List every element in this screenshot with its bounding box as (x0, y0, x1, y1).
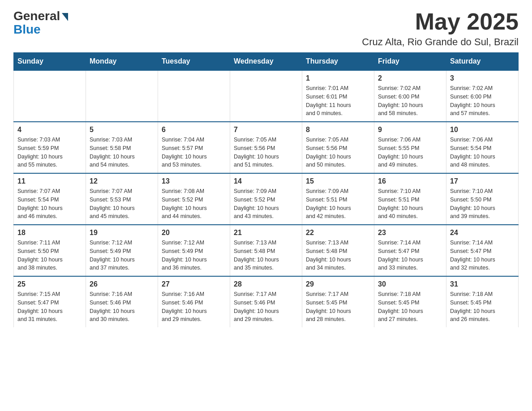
day-number: 30 (378, 280, 442, 288)
day-number: 20 (162, 229, 226, 237)
day-number: 11 (17, 177, 82, 185)
day-info: Sunrise: 7:08 AMSunset: 5:52 PMDaylight:… (162, 187, 226, 221)
weekday-header-saturday: Saturday (446, 53, 519, 71)
day-info: Sunrise: 7:12 AMSunset: 5:49 PMDaylight:… (90, 239, 154, 272)
calendar-cell: 3Sunrise: 7:02 AMSunset: 6:00 PMDaylight… (446, 70, 519, 122)
day-number: 31 (450, 280, 515, 288)
calendar-cell: 25Sunrise: 7:15 AMSunset: 5:47 PMDayligh… (14, 276, 86, 327)
calendar-header: SundayMondayTuesdayWednesdayThursdayFrid… (14, 53, 519, 71)
day-info: Sunrise: 7:02 AMSunset: 6:00 PMDaylight:… (450, 84, 515, 118)
calendar-cell: 17Sunrise: 7:10 AMSunset: 5:50 PMDayligh… (446, 173, 519, 225)
day-info: Sunrise: 7:16 AMSunset: 5:46 PMDaylight:… (90, 290, 154, 324)
day-info: Sunrise: 7:18 AMSunset: 5:45 PMDaylight:… (378, 290, 442, 324)
day-number: 22 (306, 229, 370, 237)
weekday-header-wednesday: Wednesday (230, 53, 302, 71)
day-number: 24 (450, 229, 515, 237)
day-info: Sunrise: 7:07 AMSunset: 5:54 PMDaylight:… (17, 187, 82, 221)
day-number: 27 (162, 280, 226, 288)
day-info: Sunrise: 7:17 AMSunset: 5:46 PMDaylight:… (234, 290, 298, 324)
day-number: 18 (17, 229, 82, 237)
calendar-cell (158, 70, 230, 122)
calendar-cell: 29Sunrise: 7:17 AMSunset: 5:45 PMDayligh… (302, 276, 374, 327)
calendar-cell: 24Sunrise: 7:14 AMSunset: 5:47 PMDayligh… (446, 225, 519, 276)
weekday-header-thursday: Thursday (302, 53, 374, 71)
calendar-cell: 13Sunrise: 7:08 AMSunset: 5:52 PMDayligh… (158, 173, 230, 225)
calendar-cell: 4Sunrise: 7:03 AMSunset: 5:59 PMDaylight… (14, 122, 86, 173)
day-number: 12 (90, 177, 154, 185)
day-number: 1 (306, 74, 370, 82)
calendar-week-3: 11Sunrise: 7:07 AMSunset: 5:54 PMDayligh… (14, 173, 519, 225)
day-number: 17 (450, 177, 515, 185)
calendar-cell: 26Sunrise: 7:16 AMSunset: 5:46 PMDayligh… (86, 276, 158, 327)
calendar-cell (14, 70, 86, 122)
day-info: Sunrise: 7:16 AMSunset: 5:46 PMDaylight:… (162, 290, 226, 324)
calendar-cell: 9Sunrise: 7:06 AMSunset: 5:55 PMDaylight… (374, 122, 446, 173)
day-info: Sunrise: 7:17 AMSunset: 5:45 PMDaylight:… (306, 290, 370, 324)
day-info: Sunrise: 7:06 AMSunset: 5:54 PMDaylight:… (450, 136, 515, 169)
calendar-cell: 27Sunrise: 7:16 AMSunset: 5:46 PMDayligh… (158, 276, 230, 327)
calendar-cell: 5Sunrise: 7:03 AMSunset: 5:58 PMDaylight… (86, 122, 158, 173)
day-number: 7 (234, 126, 298, 134)
day-info: Sunrise: 7:12 AMSunset: 5:49 PMDaylight:… (162, 239, 226, 272)
calendar-cell: 14Sunrise: 7:09 AMSunset: 5:52 PMDayligh… (230, 173, 302, 225)
calendar-cell: 7Sunrise: 7:05 AMSunset: 5:56 PMDaylight… (230, 122, 302, 173)
day-info: Sunrise: 7:09 AMSunset: 5:51 PMDaylight:… (306, 187, 370, 221)
day-number: 10 (450, 126, 515, 134)
day-number: 16 (378, 177, 442, 185)
month-year-title: May 2025 (362, 9, 519, 34)
day-number: 2 (378, 74, 442, 82)
calendar-cell: 12Sunrise: 7:07 AMSunset: 5:53 PMDayligh… (86, 173, 158, 225)
calendar-week-2: 4Sunrise: 7:03 AMSunset: 5:59 PMDaylight… (14, 122, 519, 173)
calendar-week-5: 25Sunrise: 7:15 AMSunset: 5:47 PMDayligh… (14, 276, 519, 327)
calendar-week-1: 1Sunrise: 7:01 AMSunset: 6:01 PMDaylight… (14, 70, 519, 122)
day-number: 6 (162, 126, 226, 134)
day-info: Sunrise: 7:09 AMSunset: 5:52 PMDaylight:… (234, 187, 298, 221)
calendar-cell: 11Sunrise: 7:07 AMSunset: 5:54 PMDayligh… (14, 173, 86, 225)
day-info: Sunrise: 7:14 AMSunset: 5:47 PMDaylight:… (378, 239, 442, 272)
day-info: Sunrise: 7:15 AMSunset: 5:47 PMDaylight:… (17, 290, 82, 324)
weekday-header-monday: Monday (86, 53, 158, 71)
logo: General Blue (13, 9, 68, 37)
day-info: Sunrise: 7:10 AMSunset: 5:51 PMDaylight:… (378, 187, 442, 221)
day-info: Sunrise: 7:10 AMSunset: 5:50 PMDaylight:… (450, 187, 515, 221)
day-number: 28 (234, 280, 298, 288)
day-number: 4 (17, 126, 82, 134)
day-info: Sunrise: 7:03 AMSunset: 5:59 PMDaylight:… (17, 136, 82, 169)
calendar-cell: 20Sunrise: 7:12 AMSunset: 5:49 PMDayligh… (158, 225, 230, 276)
day-info: Sunrise: 7:03 AMSunset: 5:58 PMDaylight:… (90, 136, 154, 169)
calendar-cell: 18Sunrise: 7:11 AMSunset: 5:50 PMDayligh… (14, 225, 86, 276)
calendar-cell: 31Sunrise: 7:18 AMSunset: 5:45 PMDayligh… (446, 276, 519, 327)
day-number: 23 (378, 229, 442, 237)
calendar-cell: 10Sunrise: 7:06 AMSunset: 5:54 PMDayligh… (446, 122, 519, 173)
day-number: 19 (90, 229, 154, 237)
page-header: General Blue May 2025 Cruz Alta, Rio Gra… (13, 9, 519, 48)
calendar-cell: 30Sunrise: 7:18 AMSunset: 5:45 PMDayligh… (374, 276, 446, 327)
weekday-header-friday: Friday (374, 53, 446, 71)
calendar-cell: 19Sunrise: 7:12 AMSunset: 5:49 PMDayligh… (86, 225, 158, 276)
weekday-header-row: SundayMondayTuesdayWednesdayThursdayFrid… (14, 53, 519, 71)
day-info: Sunrise: 7:11 AMSunset: 5:50 PMDaylight:… (17, 239, 82, 272)
title-section: May 2025 Cruz Alta, Rio Grande do Sul, B… (362, 9, 519, 48)
day-info: Sunrise: 7:04 AMSunset: 5:57 PMDaylight:… (162, 136, 226, 169)
calendar-cell: 21Sunrise: 7:13 AMSunset: 5:48 PMDayligh… (230, 225, 302, 276)
calendar-cell: 15Sunrise: 7:09 AMSunset: 5:51 PMDayligh… (302, 173, 374, 225)
logo-general-text: General (13, 9, 60, 23)
day-number: 5 (90, 126, 154, 134)
day-number: 8 (306, 126, 370, 134)
calendar-cell: 28Sunrise: 7:17 AMSunset: 5:46 PMDayligh… (230, 276, 302, 327)
day-number: 3 (450, 74, 515, 82)
logo-arrow-icon (62, 13, 68, 21)
logo-blue-text: Blue (13, 22, 41, 37)
calendar-cell: 2Sunrise: 7:02 AMSunset: 6:00 PMDaylight… (374, 70, 446, 122)
calendar-cell (86, 70, 158, 122)
calendar-cell: 23Sunrise: 7:14 AMSunset: 5:47 PMDayligh… (374, 225, 446, 276)
calendar-cell: 16Sunrise: 7:10 AMSunset: 5:51 PMDayligh… (374, 173, 446, 225)
day-number: 26 (90, 280, 154, 288)
location-subtitle: Cruz Alta, Rio Grande do Sul, Brazil (362, 36, 519, 48)
day-info: Sunrise: 7:02 AMSunset: 6:00 PMDaylight:… (378, 84, 442, 118)
day-info: Sunrise: 7:07 AMSunset: 5:53 PMDaylight:… (90, 187, 154, 221)
day-info: Sunrise: 7:14 AMSunset: 5:47 PMDaylight:… (450, 239, 515, 272)
calendar-body: 1Sunrise: 7:01 AMSunset: 6:01 PMDaylight… (14, 70, 519, 327)
calendar-cell (230, 70, 302, 122)
day-number: 14 (234, 177, 298, 185)
